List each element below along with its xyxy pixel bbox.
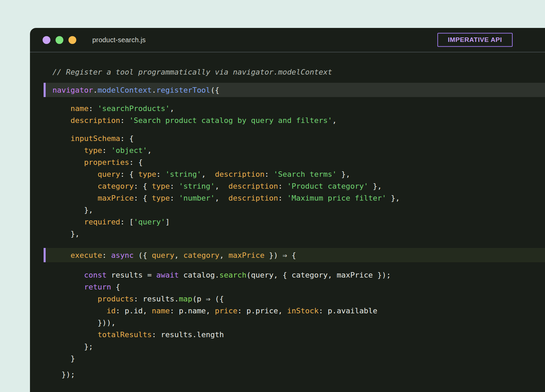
code-token-key: totalResults <box>97 330 152 339</box>
code-token-str: 'Maximum price filter' <box>287 194 386 202</box>
code-token-blue: registerTool <box>156 86 211 94</box>
code-token-str: 'object' <box>111 146 147 155</box>
code-token-key: description <box>71 116 120 125</box>
code-token-plain: : { <box>120 134 134 143</box>
code-token-plain: : p.available <box>319 307 377 315</box>
code-line: name: 'searchProducts', <box>30 103 545 114</box>
code-token-key: description <box>215 170 265 178</box>
code-token-key: execute <box>71 251 102 260</box>
page-background: { "colors": { "page_bg": "#deede9", "win… <box>0 0 545 392</box>
code-token-plain: : <box>102 251 111 260</box>
code-token-key: type <box>152 182 170 190</box>
code-token-plain: : <box>120 116 129 125</box>
code-token-plain: (p ⇒ ({ <box>192 295 224 303</box>
code-token-key: description <box>229 194 278 202</box>
code-line: }, <box>30 204 545 216</box>
code-token-plain: , <box>332 116 337 125</box>
code-line: products: results.map(p ⇒ ({ <box>30 293 545 305</box>
code-token-key: query <box>152 251 174 260</box>
code-token-str: 'string' <box>165 170 201 178</box>
code-token-key: maxPrice <box>229 251 265 260</box>
code-token-key: maxPrice <box>97 194 134 202</box>
code-token-key: description <box>229 182 278 190</box>
code-line: inputSchema: { <box>30 132 545 144</box>
code-token-plain: : [ <box>120 218 134 226</box>
code-token-plain: }, <box>52 230 79 238</box>
code-token-key: type <box>84 146 102 155</box>
code-line: // Register a tool programmatically via … <box>30 66 545 78</box>
code-token-plain: : <box>278 182 287 190</box>
code-token-plain: (query, { category, maxPrice }); <box>247 271 391 279</box>
code-line-highlighted: execute: async ({ query, category, maxPr… <box>44 248 545 262</box>
code-token-plain: : <box>156 170 166 178</box>
code-token-plain: : <box>170 194 179 202</box>
code-token-str: 'Search terms' <box>274 170 337 178</box>
code-token-plain: }, <box>368 182 382 190</box>
code-token-plain: }; <box>52 342 93 351</box>
code-token-comment: // Register a tool programmatically via … <box>52 68 332 76</box>
code-token-plain: : <box>278 194 287 202</box>
code-token-kw: await <box>156 271 179 279</box>
code-token-plain: : results.length <box>152 330 224 339</box>
code-token-plain: : <box>102 146 111 155</box>
window-maximize-icon[interactable] <box>68 36 76 44</box>
code-token-plain <box>52 170 97 178</box>
code-token-key: required <box>84 218 120 226</box>
code-token-plain: . <box>152 86 156 94</box>
code-token-plain: : { <box>134 182 152 190</box>
code-token-plain <box>52 295 97 303</box>
code-token-key: inputSchema <box>71 134 120 143</box>
code-token-plain: , <box>201 170 215 178</box>
code-token-key: price <box>215 307 237 315</box>
code-token-nav: navigator <box>52 86 93 94</box>
code-line: totalResults: results.length <box>30 329 545 341</box>
code-line: }, <box>30 228 545 240</box>
code-token-plain: , <box>215 194 229 202</box>
code-line: required: ['query'] <box>30 216 545 228</box>
code-token-str: 'number' <box>179 194 215 202</box>
code-token-key: category <box>97 182 134 190</box>
code-token-plain: , <box>215 182 229 190</box>
code-token-plain <box>52 194 97 202</box>
code-token-plain <box>52 116 71 125</box>
code-token-str: 'Search product catalog by query and fil… <box>129 116 332 125</box>
window-title: product-search.js <box>92 36 146 44</box>
code-token-fn: search <box>219 271 246 279</box>
code-line: })), <box>30 317 545 329</box>
code-token-plain: , <box>170 104 174 113</box>
code-token-plain: : results. <box>134 295 178 303</box>
code-line: return { <box>30 281 545 293</box>
title-bar: product-search.js IMPERATIVE API <box>30 28 545 52</box>
code-line: category: { type: 'string', description:… <box>30 180 545 192</box>
code-token-plain <box>52 182 97 190</box>
code-token-plain: }) ⇒ { <box>265 251 296 260</box>
code-token-key: query <box>97 170 120 178</box>
code-token-plain: , <box>174 251 184 260</box>
code-token-key: name <box>71 104 89 113</box>
code-token-plain: : p.id, <box>115 307 152 315</box>
window-minimize-icon[interactable] <box>56 36 63 44</box>
code-token-plain: : { <box>134 194 152 202</box>
code-token-plain: : <box>265 170 274 178</box>
code-editor-window: product-search.js IMPERATIVE API // Regi… <box>30 28 545 392</box>
window-close-icon[interactable] <box>43 36 50 44</box>
code-token-plain <box>52 330 97 339</box>
code-token-plain <box>52 146 84 155</box>
code-token-kw: async <box>111 251 134 260</box>
code-token-plain <box>52 134 71 143</box>
code-token-kw: const <box>84 271 107 279</box>
code-token-key: inStock <box>287 307 319 315</box>
code-token-plain <box>52 158 84 167</box>
code-token-key: category <box>183 251 219 260</box>
code-line: id: p.id, name: p.name, price: p.price, … <box>30 305 545 317</box>
code-token-plain: : <box>89 104 98 113</box>
code-token-plain <box>52 271 84 279</box>
code-token-plain: ] <box>165 218 170 226</box>
code-token-plain: : p.price, <box>237 307 287 315</box>
code-token-fn: map <box>179 295 192 303</box>
code-line: properties: { <box>30 156 545 168</box>
code-token-key: type <box>138 170 156 178</box>
code-token-plain: : { <box>129 158 143 167</box>
code-line: type: 'object', <box>30 144 545 156</box>
code-line: query: { type: 'string', description: 'S… <box>30 168 545 180</box>
